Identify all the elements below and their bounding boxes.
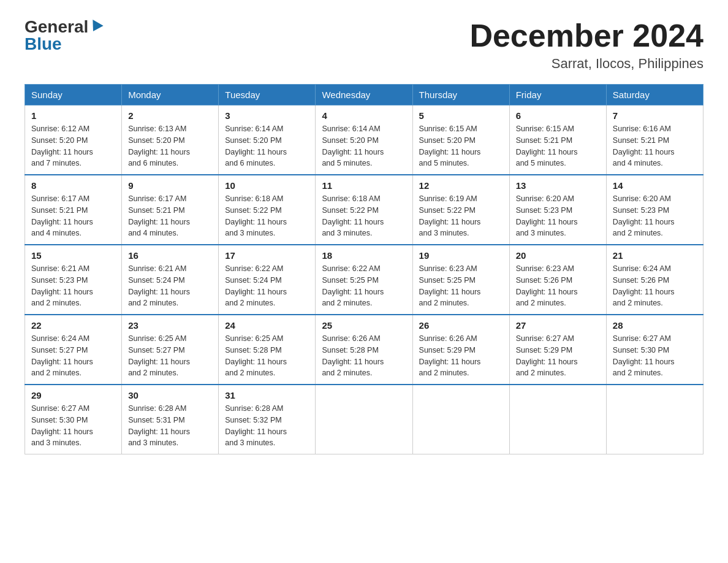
day-number: 28 (613, 320, 697, 331)
calendar-cell: 7Sunrise: 6:16 AMSunset: 5:21 PMDaylight… (606, 105, 703, 175)
month-year-title: December 2024 (469, 18, 703, 53)
day-info: Sunrise: 6:27 AMSunset: 5:30 PMDaylight:… (613, 333, 697, 379)
day-number: 6 (516, 110, 600, 121)
day-info: Sunrise: 6:20 AMSunset: 5:23 PMDaylight:… (516, 193, 600, 239)
day-number: 22 (31, 320, 115, 331)
calendar-cell: 19Sunrise: 6:23 AMSunset: 5:25 PMDayligh… (412, 245, 509, 315)
calendar-cell: 30Sunrise: 6:28 AMSunset: 5:31 PMDayligh… (122, 385, 219, 454)
day-info: Sunrise: 6:17 AMSunset: 5:21 PMDaylight:… (128, 193, 212, 239)
calendar-cell (412, 385, 509, 454)
calendar-cell: 3Sunrise: 6:14 AMSunset: 5:20 PMDaylight… (219, 105, 316, 175)
calendar-cell: 8Sunrise: 6:17 AMSunset: 5:21 PMDaylight… (25, 175, 122, 245)
day-number: 1 (31, 110, 115, 121)
calendar-cell: 14Sunrise: 6:20 AMSunset: 5:23 PMDayligh… (606, 175, 703, 245)
calendar-week-row: 1Sunrise: 6:12 AMSunset: 5:20 PMDaylight… (25, 105, 703, 175)
calendar-cell: 27Sunrise: 6:27 AMSunset: 5:29 PMDayligh… (509, 315, 606, 385)
day-number: 19 (419, 250, 503, 261)
calendar-cell: 28Sunrise: 6:27 AMSunset: 5:30 PMDayligh… (606, 315, 703, 385)
day-info: Sunrise: 6:24 AMSunset: 5:26 PMDaylight:… (613, 263, 697, 309)
day-info: Sunrise: 6:22 AMSunset: 5:24 PMDaylight:… (225, 263, 309, 309)
day-info: Sunrise: 6:26 AMSunset: 5:29 PMDaylight:… (419, 333, 503, 379)
day-number: 12 (419, 180, 503, 191)
day-info: Sunrise: 6:23 AMSunset: 5:26 PMDaylight:… (516, 263, 600, 309)
calendar-cell: 10Sunrise: 6:18 AMSunset: 5:22 PMDayligh… (219, 175, 316, 245)
day-info: Sunrise: 6:26 AMSunset: 5:28 PMDaylight:… (322, 333, 406, 379)
day-number: 13 (516, 180, 600, 191)
calendar-cell: 22Sunrise: 6:24 AMSunset: 5:27 PMDayligh… (25, 315, 122, 385)
day-number: 9 (128, 180, 212, 191)
day-info: Sunrise: 6:14 AMSunset: 5:20 PMDaylight:… (225, 123, 309, 169)
day-number: 20 (516, 250, 600, 261)
logo: General Blue (25, 18, 102, 53)
day-info: Sunrise: 6:25 AMSunset: 5:27 PMDaylight:… (128, 333, 212, 379)
calendar-cell: 21Sunrise: 6:24 AMSunset: 5:26 PMDayligh… (606, 245, 703, 315)
day-number: 18 (322, 250, 406, 261)
calendar-cell: 25Sunrise: 6:26 AMSunset: 5:28 PMDayligh… (316, 315, 412, 385)
day-number: 8 (31, 180, 115, 191)
weekday-header-tuesday: Tuesday (219, 85, 316, 105)
day-info: Sunrise: 6:14 AMSunset: 5:20 PMDaylight:… (322, 123, 406, 169)
day-info: Sunrise: 6:15 AMSunset: 5:20 PMDaylight:… (419, 123, 503, 169)
day-number: 2 (128, 110, 212, 121)
day-number: 31 (225, 390, 309, 400)
logo-blue-text: Blue (25, 36, 62, 53)
day-info: Sunrise: 6:17 AMSunset: 5:21 PMDaylight:… (31, 193, 115, 239)
calendar-cell: 12Sunrise: 6:19 AMSunset: 5:22 PMDayligh… (412, 175, 509, 245)
weekday-header-friday: Friday (509, 85, 606, 105)
day-number: 21 (613, 250, 697, 261)
calendar-cell: 15Sunrise: 6:21 AMSunset: 5:23 PMDayligh… (25, 245, 122, 315)
day-number: 5 (419, 110, 503, 121)
calendar-cell: 9Sunrise: 6:17 AMSunset: 5:21 PMDaylight… (122, 175, 219, 245)
day-info: Sunrise: 6:18 AMSunset: 5:22 PMDaylight:… (322, 193, 406, 239)
calendar-week-row: 15Sunrise: 6:21 AMSunset: 5:23 PMDayligh… (25, 245, 703, 315)
day-number: 4 (322, 110, 406, 121)
day-info: Sunrise: 6:15 AMSunset: 5:21 PMDaylight:… (516, 123, 600, 169)
day-info: Sunrise: 6:21 AMSunset: 5:24 PMDaylight:… (128, 263, 212, 309)
calendar-cell: 17Sunrise: 6:22 AMSunset: 5:24 PMDayligh… (219, 245, 316, 315)
calendar-cell: 20Sunrise: 6:23 AMSunset: 5:26 PMDayligh… (509, 245, 606, 315)
calendar-cell: 31Sunrise: 6:28 AMSunset: 5:32 PMDayligh… (219, 385, 316, 454)
weekday-header-saturday: Saturday (606, 85, 703, 105)
day-number: 17 (225, 250, 309, 261)
day-info: Sunrise: 6:27 AMSunset: 5:30 PMDaylight:… (31, 403, 115, 449)
weekday-header-sunday: Sunday (25, 85, 122, 105)
day-info: Sunrise: 6:19 AMSunset: 5:22 PMDaylight:… (419, 193, 503, 239)
calendar-cell: 1Sunrise: 6:12 AMSunset: 5:20 PMDaylight… (25, 105, 122, 175)
location-subtitle: Sarrat, Ilocos, Philippines (469, 56, 703, 72)
day-number: 14 (613, 180, 697, 191)
weekday-header-row: SundayMondayTuesdayWednesdayThursdayFrid… (25, 85, 703, 105)
day-info: Sunrise: 6:25 AMSunset: 5:28 PMDaylight:… (225, 333, 309, 379)
day-info: Sunrise: 6:28 AMSunset: 5:32 PMDaylight:… (225, 403, 309, 449)
day-number: 16 (128, 250, 212, 261)
day-number: 15 (31, 250, 115, 261)
calendar-cell: 16Sunrise: 6:21 AMSunset: 5:24 PMDayligh… (122, 245, 219, 315)
logo-general-text: General (25, 18, 88, 36)
calendar-week-row: 22Sunrise: 6:24 AMSunset: 5:27 PMDayligh… (25, 315, 703, 385)
day-number: 3 (225, 110, 309, 121)
title-block: December 2024 Sarrat, Ilocos, Philippine… (469, 18, 703, 72)
day-number: 30 (128, 390, 212, 400)
day-info: Sunrise: 6:22 AMSunset: 5:25 PMDaylight:… (322, 263, 406, 309)
day-info: Sunrise: 6:12 AMSunset: 5:20 PMDaylight:… (31, 123, 115, 169)
weekday-header-monday: Monday (122, 85, 219, 105)
day-info: Sunrise: 6:18 AMSunset: 5:22 PMDaylight:… (225, 193, 309, 239)
calendar-cell: 6Sunrise: 6:15 AMSunset: 5:21 PMDaylight… (509, 105, 606, 175)
calendar-cell: 5Sunrise: 6:15 AMSunset: 5:20 PMDaylight… (412, 105, 509, 175)
day-number: 23 (128, 320, 212, 331)
calendar-cell: 2Sunrise: 6:13 AMSunset: 5:20 PMDaylight… (122, 105, 219, 175)
calendar-cell: 26Sunrise: 6:26 AMSunset: 5:29 PMDayligh… (412, 315, 509, 385)
day-info: Sunrise: 6:24 AMSunset: 5:27 PMDaylight:… (31, 333, 115, 379)
day-info: Sunrise: 6:28 AMSunset: 5:31 PMDaylight:… (128, 403, 212, 449)
calendar-week-row: 8Sunrise: 6:17 AMSunset: 5:21 PMDaylight… (25, 175, 703, 245)
weekday-header-wednesday: Wednesday (316, 85, 412, 105)
weekday-header-thursday: Thursday (412, 85, 509, 105)
day-info: Sunrise: 6:16 AMSunset: 5:21 PMDaylight:… (613, 123, 697, 169)
day-info: Sunrise: 6:23 AMSunset: 5:25 PMDaylight:… (419, 263, 503, 309)
day-info: Sunrise: 6:20 AMSunset: 5:23 PMDaylight:… (613, 193, 697, 239)
day-number: 7 (613, 110, 697, 121)
calendar-week-row: 29Sunrise: 6:27 AMSunset: 5:30 PMDayligh… (25, 385, 703, 454)
calendar-cell (606, 385, 703, 454)
day-number: 29 (31, 390, 115, 400)
calendar-cell: 18Sunrise: 6:22 AMSunset: 5:25 PMDayligh… (316, 245, 412, 315)
day-info: Sunrise: 6:13 AMSunset: 5:20 PMDaylight:… (128, 123, 212, 169)
